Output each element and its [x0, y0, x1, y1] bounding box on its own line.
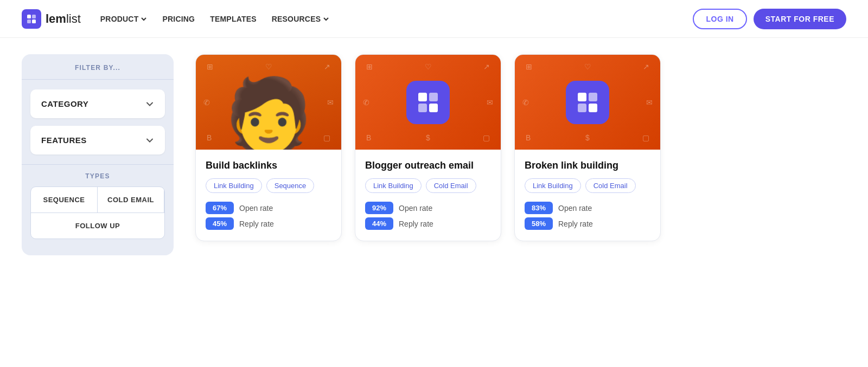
reply-rate-badge-1: 45%: [206, 217, 234, 230]
navbar: lemlist PRODUCT PRICING TEMPLATES RESOUR…: [0, 0, 868, 38]
card-image-1: ⊞ ♡ ↗ ✆ ✉ B $ ▢ 🧑: [196, 55, 341, 150]
stat-reply-rate-2: 44% Reply rate: [365, 217, 491, 230]
card-image-2: ⊞ ♡ ↗ ✆ ✉ B $ ▢: [355, 55, 501, 150]
deco-chart-icon: ↗: [324, 62, 330, 71]
deco-heart-icon: ♡: [265, 62, 272, 71]
nav-templates[interactable]: TEMPLATES: [210, 15, 257, 23]
deco-dollar-icon-3: $: [585, 133, 590, 142]
card-stats-1: 67% Open rate 45% Reply rate: [206, 202, 331, 230]
chevron-down-icon: [145, 100, 154, 108]
deco-box-icon: ▢: [323, 133, 330, 142]
deco-tag-icon-3: B: [526, 133, 531, 142]
card-broken-link-building[interactable]: ⊞ ♡ ↗ ✆ ✉ B $ ▢ Broken link bu: [514, 54, 661, 241]
sidebar: FILTER BY... CATEGORY FEATURES TYPES SEQ…: [22, 54, 174, 255]
deco-icon-2a: ⊞: [366, 62, 373, 71]
deco-tag-icon-2: B: [366, 133, 371, 142]
svg-rect-10: [578, 104, 586, 112]
filter-dropdowns: CATEGORY FEATURES: [22, 80, 174, 165]
card-tags-1: Link Building Sequence: [206, 178, 331, 193]
svg-rect-0: [27, 15, 31, 18]
deco-heart-icon-3: ♡: [584, 62, 591, 71]
card-stats-3: 83% Open rate 58% Reply rate: [525, 202, 650, 230]
card-title-1: Build backlinks: [206, 159, 331, 172]
deco-icon-3a: ⊞: [526, 62, 532, 71]
features-dropdown[interactable]: FEATURES: [30, 126, 165, 154]
deco-phone-icon: ✆: [203, 98, 210, 107]
card-body-1: Build backlinks Link Building Sequence 6…: [196, 150, 341, 241]
card-stats-2: 92% Open rate 44% Reply rate: [365, 202, 491, 230]
reply-rate-label-3: Reply rate: [558, 220, 593, 228]
reply-rate-badge-2: 44%: [365, 217, 393, 230]
deco-chart-icon-3: ↗: [643, 62, 649, 71]
chevron-down-icon-2: [145, 136, 154, 145]
card-title-2: Blogger outreach email: [365, 159, 491, 172]
types-label: TYPES: [30, 172, 165, 180]
lemlist-logo-icon-2: [416, 91, 440, 114]
deco-book-icon-2: ✉: [487, 98, 493, 107]
nav-links: PRODUCT PRICING TEMPLATES RESOURCES: [100, 15, 329, 23]
tag-cold-email-3[interactable]: Cold Email: [585, 178, 636, 193]
svg-rect-7: [429, 104, 438, 112]
deco-icon: ⊞: [207, 62, 213, 71]
type-sequence[interactable]: SEQUENCE: [31, 187, 98, 213]
deco-box-icon-3: ▢: [642, 133, 649, 142]
svg-rect-1: [32, 15, 36, 18]
svg-rect-9: [589, 93, 597, 101]
start-free-button[interactable]: START FOR FREE: [754, 9, 846, 29]
reply-rate-label-1: Reply rate: [239, 220, 274, 228]
open-rate-badge-1: 67%: [206, 202, 234, 214]
type-follow-up[interactable]: FOLLOW UP: [31, 213, 164, 239]
deco-book-icon-3: ✉: [646, 98, 653, 107]
open-rate-badge-2: 92%: [365, 202, 393, 214]
stat-open-rate-2: 92% Open rate: [365, 202, 491, 214]
card-title-3: Broken link building: [525, 159, 650, 172]
nav-resources[interactable]: RESOURCES: [272, 15, 329, 23]
deco-heart-icon-2: ♡: [425, 62, 432, 71]
login-button[interactable]: LOG IN: [693, 9, 746, 29]
features-label: FEATURES: [41, 136, 87, 145]
logo-text: lemlist: [46, 12, 81, 26]
deco-dollar-icon-2: $: [426, 133, 430, 142]
category-dropdown[interactable]: CATEGORY: [30, 89, 165, 118]
deco-phone-icon-2: ✆: [363, 98, 369, 107]
open-rate-label-3: Open rate: [558, 204, 592, 213]
svg-rect-8: [578, 93, 586, 101]
tag-link-building-3[interactable]: Link Building: [525, 178, 581, 193]
navbar-left: lemlist PRODUCT PRICING TEMPLATES RESOUR…: [22, 9, 329, 29]
card-body-2: Blogger outreach email Link Building Col…: [355, 150, 501, 241]
tag-link-building-2[interactable]: Link Building: [365, 178, 422, 193]
stat-open-rate-3: 83% Open rate: [525, 202, 650, 214]
logo[interactable]: lemlist: [22, 9, 81, 29]
types-grid: SEQUENCE COLD EMAIL FOLLOW UP: [30, 186, 165, 239]
card-build-backlinks[interactable]: ⊞ ♡ ↗ ✆ ✉ B $ ▢ 🧑 Build backlinks Link B…: [195, 54, 342, 241]
types-section: TYPES SEQUENCE COLD EMAIL FOLLOW UP: [22, 165, 174, 244]
svg-rect-4: [418, 93, 427, 101]
open-rate-label-2: Open rate: [399, 204, 432, 213]
card-tags-3: Link Building Cold Email: [525, 178, 650, 193]
svg-rect-11: [589, 104, 597, 112]
lemlist-logo-icon-3: [576, 91, 599, 114]
nav-pricing[interactable]: PRICING: [162, 15, 195, 23]
deco-book-icon: ✉: [327, 98, 334, 107]
page-content: FILTER BY... CATEGORY FEATURES TYPES SEQ…: [0, 38, 868, 272]
lemlist-logo-badge-3: [566, 81, 609, 124]
deco-phone-icon-3: ✆: [522, 98, 529, 107]
tag-cold-email-2[interactable]: Cold Email: [426, 178, 476, 193]
cards-area: ⊞ ♡ ↗ ✆ ✉ B $ ▢ 🧑 Build backlinks Link B…: [195, 54, 846, 255]
deco-box-icon-2: ▢: [483, 133, 490, 142]
category-label: CATEGORY: [41, 99, 88, 108]
reply-rate-badge-3: 58%: [525, 217, 553, 230]
card-blogger-outreach[interactable]: ⊞ ♡ ↗ ✆ ✉ B $ ▢ Blogger outrea: [355, 54, 501, 241]
deco-tag-icon: B: [207, 133, 212, 142]
card-image-3: ⊞ ♡ ↗ ✆ ✉ B $ ▢: [515, 55, 660, 150]
deco-chart-icon-2: ↗: [483, 62, 490, 71]
card-tags-2: Link Building Cold Email: [365, 178, 491, 193]
tag-sequence-1[interactable]: Sequence: [266, 178, 315, 193]
svg-rect-2: [27, 20, 31, 23]
nav-product[interactable]: PRODUCT: [100, 15, 148, 23]
person-image: 🧑: [225, 79, 312, 150]
tag-link-building-1[interactable]: Link Building: [206, 178, 262, 193]
logo-icon: [22, 9, 41, 29]
reply-rate-label-2: Reply rate: [399, 220, 433, 228]
type-cold-email[interactable]: COLD EMAIL: [98, 187, 164, 213]
